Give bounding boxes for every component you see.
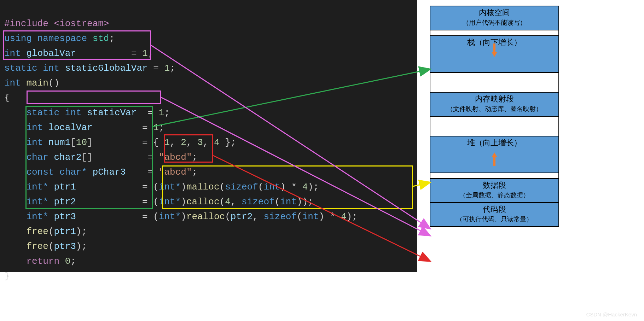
- p: ): [181, 182, 186, 192]
- num-0: 0: [65, 256, 71, 267]
- num-4: 4: [225, 197, 231, 207]
- kw-intptr: int*: [4, 182, 54, 192]
- num-1: 1: [164, 137, 170, 148]
- eq: =: [148, 107, 159, 118]
- mem-data-sub: （全局数据、静态数据）: [430, 190, 558, 200]
- code-editor: #include <iostream> using namespace std;…: [0, 0, 417, 272]
- var-char2: char2: [54, 152, 81, 163]
- c: ,: [186, 137, 197, 148]
- fn-realloc: realloc: [186, 211, 225, 222]
- num-2: 2: [181, 137, 186, 148]
- kw-return: return: [4, 256, 65, 267]
- var-ptr1: ptr1: [54, 182, 142, 192]
- p: (: [220, 182, 225, 192]
- brace-close: }: [4, 271, 10, 281]
- num-10: 10: [76, 137, 87, 148]
- kw-int: int: [43, 63, 65, 74]
- kw-int: int: [280, 197, 297, 207]
- mem-heap-title: 堆（向上增长）: [467, 138, 522, 147]
- semi: ));: [297, 197, 313, 207]
- p: (: [48, 226, 54, 237]
- kw-intptr: int*: [4, 211, 54, 222]
- kw-intptr: int*: [159, 182, 181, 192]
- kw-intptr: int*: [159, 211, 181, 222]
- kw-sizeof: sizeof: [263, 211, 297, 222]
- memory-layout: 内核空间 （用户代码不能读写） 栈（向下增长） 内存映射段 （文件映射、动态库、…: [430, 6, 559, 227]
- spacer: [430, 116, 559, 136]
- kw-namespace: namespace: [37, 33, 93, 44]
- fn-free: free: [4, 226, 48, 237]
- var-ptr2: ptr2: [54, 197, 142, 207]
- mem-mmap: 内存映射段 （文件映射、动态库、匿名映射）: [430, 92, 559, 117]
- kw-const: const: [4, 167, 59, 177]
- mem-kernel: 内核空间 （用户代码不能读写）: [430, 6, 559, 30]
- kw-int: int: [302, 211, 319, 222]
- fn-free: free: [4, 241, 48, 252]
- eq: =: [142, 122, 153, 133]
- num-4: 4: [341, 211, 347, 222]
- kw-using: using: [4, 33, 37, 44]
- br: [: [70, 137, 76, 148]
- var-ptr3: ptr3: [54, 211, 142, 222]
- semi: ;: [159, 122, 164, 133]
- var-pChar3: pChar3: [93, 167, 148, 177]
- kw-intptr: int*: [159, 197, 181, 207]
- num-3: 3: [197, 137, 203, 148]
- num-1: 1: [164, 63, 170, 74]
- cast: = (: [142, 197, 159, 207]
- spacer: [430, 72, 559, 93]
- semi: ;: [192, 152, 198, 163]
- p: ): [181, 211, 186, 222]
- var-staticVar: staticVar: [87, 107, 148, 118]
- kw-sizeof: sizeof: [242, 197, 275, 207]
- mem-kernel-sub: （用户代码不能读写）: [430, 18, 558, 28]
- kw-int: int: [4, 137, 48, 148]
- kw-sizeof: sizeof: [225, 182, 258, 192]
- semi: ;: [70, 256, 76, 267]
- p: (: [48, 241, 54, 252]
- mem-mmap-sub: （文件映射、动态库、匿名映射）: [430, 104, 558, 114]
- c: ,: [170, 137, 181, 148]
- var-num1: num1: [48, 137, 70, 148]
- br-close: };: [220, 137, 236, 148]
- kw-intptr: int*: [4, 197, 54, 207]
- arrow-up-icon: [492, 152, 497, 157]
- p: (: [225, 211, 231, 222]
- mem-stack: 栈（向下增长）: [430, 35, 559, 73]
- num-1: 1: [153, 122, 159, 133]
- semi: );: [346, 211, 357, 222]
- kw-char: char: [4, 152, 54, 163]
- mem-code-sub: （可执行代码、只读常量）: [430, 214, 558, 224]
- semi: ;: [164, 107, 170, 118]
- var-staticGlobalVar: staticGlobalVar: [65, 63, 153, 74]
- c: ,: [253, 211, 263, 222]
- fn-calloc: calloc: [186, 197, 220, 207]
- mul: ) *: [319, 211, 341, 222]
- mem-code: 代码段 （可执行代码、只读常量）: [430, 202, 559, 227]
- p: (: [297, 211, 302, 222]
- kw-int: int: [4, 78, 26, 88]
- mem-code-title: 代码段: [483, 205, 506, 214]
- semi: ;: [148, 48, 153, 59]
- var-globalVar: globalVar: [26, 48, 131, 59]
- semi: );: [76, 241, 87, 252]
- var-ptr2: ptr2: [231, 211, 253, 222]
- semi: ;: [109, 33, 115, 44]
- br: ] = {: [87, 137, 164, 148]
- kw-int: int: [263, 182, 280, 192]
- mem-kernel-title: 内核空间: [479, 8, 510, 17]
- p: ): [181, 197, 186, 207]
- str-abcd: "abcd": [159, 167, 192, 177]
- watermark: CSDN @HackerKevn: [586, 311, 637, 317]
- mul: ) *: [280, 182, 302, 192]
- parens: (): [48, 78, 59, 88]
- num-4: 4: [214, 137, 220, 148]
- preproc: #include: [4, 18, 54, 29]
- kw-static: static: [4, 107, 65, 118]
- eq: =: [131, 48, 142, 59]
- mem-data-title: 数据段: [483, 181, 506, 189]
- p: (: [275, 197, 280, 207]
- c: ,: [231, 197, 242, 207]
- c: ,: [203, 137, 214, 148]
- kw-static: static: [4, 63, 43, 74]
